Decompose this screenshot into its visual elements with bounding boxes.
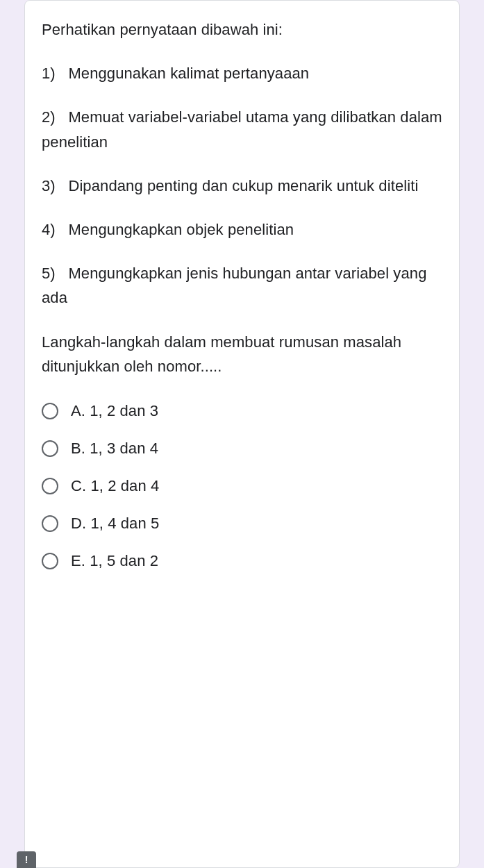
question-statement: 3) Dipandang penting dan cukup menarik u… xyxy=(42,174,442,198)
question-card: Perhatikan pernyataan dibawah ini: 1) Me… xyxy=(24,0,460,868)
question-intro: Perhatikan pernyataan dibawah ini: xyxy=(42,17,442,42)
option-c[interactable]: C. 1, 2 dan 4 xyxy=(42,477,442,495)
question-prompt: Langkah-langkah dalam membuat rumusan ma… xyxy=(42,330,442,378)
option-label: E. 1, 5 dan 2 xyxy=(71,552,158,570)
option-e[interactable]: E. 1, 5 dan 2 xyxy=(42,552,442,570)
option-d[interactable]: D. 1, 4 dan 5 xyxy=(42,515,442,533)
exclamation-icon: ! xyxy=(25,854,28,865)
radio-icon xyxy=(42,478,58,494)
report-button[interactable]: ! xyxy=(17,851,36,868)
radio-icon xyxy=(42,403,58,419)
radio-icon xyxy=(42,515,58,532)
question-statement: 5) Mengungkapkan jenis hubungan antar va… xyxy=(42,261,442,310)
option-a[interactable]: A. 1, 2 dan 3 xyxy=(42,402,442,420)
options-group: A. 1, 2 dan 3 B. 1, 3 dan 4 C. 1, 2 dan … xyxy=(42,402,442,570)
question-statement: 2) Memuat variabel-variabel utama yang d… xyxy=(42,105,442,153)
option-b[interactable]: B. 1, 3 dan 4 xyxy=(42,440,442,458)
radio-icon xyxy=(42,553,58,569)
option-label: B. 1, 3 dan 4 xyxy=(71,440,158,458)
option-label: C. 1, 2 dan 4 xyxy=(71,477,159,495)
radio-icon xyxy=(42,440,58,457)
question-statement: 1) Menggunakan kalimat pertanyaaan xyxy=(42,61,442,85)
question-statement: 4) Mengungkapkan objek penelitian xyxy=(42,217,442,242)
option-label: A. 1, 2 dan 3 xyxy=(71,402,158,420)
option-label: D. 1, 4 dan 5 xyxy=(71,515,159,533)
